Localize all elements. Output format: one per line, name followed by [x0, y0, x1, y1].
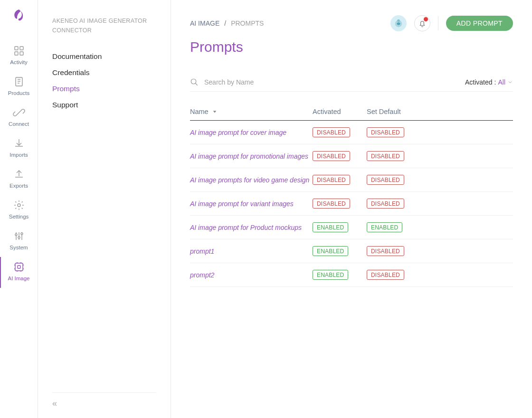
- svg-marker-30: [213, 111, 216, 113]
- rail-label: Connect: [9, 121, 29, 127]
- icon-rail: Activity Products Connect Imports Export…: [0, 0, 38, 418]
- svg-rect-3: [20, 52, 23, 55]
- activated-badge: ENABLED: [313, 246, 348, 256]
- activated-badge: DISABLED: [313, 127, 350, 137]
- rail-label: Products: [8, 90, 29, 96]
- col-default: Set Default: [367, 108, 401, 115]
- search-input[interactable]: [204, 78, 328, 86]
- default-badge: DISABLED: [367, 127, 404, 137]
- rail-label: Exports: [10, 183, 28, 189]
- svg-point-27: [397, 19, 400, 22]
- search-icon: [190, 78, 199, 86]
- table-body: AI image prompt for cover imageDISABLEDD…: [190, 121, 513, 287]
- rail-item-ai-image[interactable]: AI Image: [0, 257, 37, 288]
- activated-filter[interactable]: Activated : All: [465, 78, 513, 86]
- activated-badge: DISABLED: [313, 199, 350, 209]
- activated-badge: ENABLED: [313, 222, 348, 232]
- default-badge: DISABLED: [367, 199, 404, 209]
- svg-rect-17: [18, 266, 20, 268]
- default-badge: DISABLED: [367, 175, 404, 185]
- svg-line-29: [195, 83, 198, 86]
- notifications-bell[interactable]: [414, 15, 430, 31]
- subnav-link-prompts[interactable]: Prompts: [52, 81, 156, 97]
- prompt-name[interactable]: AI image prompt for Product mockups: [190, 224, 313, 231]
- prompt-name[interactable]: AI image prompts for video game design: [190, 176, 313, 184]
- svg-rect-0: [15, 47, 18, 50]
- rail-label: AI Image: [8, 276, 29, 281]
- prompt-name[interactable]: prompt2: [190, 271, 313, 279]
- rail-item-activity[interactable]: Activity: [0, 41, 38, 72]
- svg-rect-4: [16, 77, 22, 86]
- default-badge: DISABLED: [367, 270, 404, 280]
- table-row[interactable]: AI image prompt for Product mockupsENABL…: [190, 216, 513, 239]
- svg-point-9: [18, 204, 20, 207]
- rail-item-products[interactable]: Products: [0, 72, 38, 103]
- breadcrumb-root[interactable]: AI IMAGE: [190, 19, 219, 27]
- breadcrumb: AI IMAGE / PROMPTS: [190, 19, 264, 27]
- activated-badge: DISABLED: [313, 175, 350, 185]
- table-row[interactable]: prompt1ENABLEDDISABLED: [190, 239, 513, 263]
- prompt-name[interactable]: AI image prompt for variant images: [190, 200, 313, 208]
- notification-dot: [424, 17, 428, 21]
- default-badge: DISABLED: [367, 246, 404, 256]
- rail-label: Activity: [10, 59, 27, 65]
- svg-rect-16: [15, 263, 23, 271]
- activated-badge: ENABLED: [313, 270, 348, 280]
- add-prompt-button[interactable]: ADD PROMPT: [446, 16, 513, 31]
- breadcrumb-current: PROMPTS: [231, 19, 264, 27]
- subnav-link-documentation[interactable]: Documentation: [52, 48, 156, 65]
- main-content: AI IMAGE / PROMPTS ADD PROMPT Prompts: [171, 0, 532, 418]
- sort-desc-icon: [212, 109, 217, 114]
- prompt-name[interactable]: prompt1: [190, 247, 313, 255]
- subnav-title: AKENEO AI IMAGE GENERATOR CONNECTOR: [52, 16, 156, 35]
- col-activated: Activated: [313, 108, 367, 115]
- divider: [438, 16, 438, 30]
- subnav-link-credentials[interactable]: Credentials: [52, 65, 156, 81]
- chevron-down-icon: [507, 79, 513, 85]
- rail-item-connect[interactable]: Connect: [0, 103, 38, 133]
- table-head: Name Activated Set Default: [190, 108, 513, 121]
- svg-point-11: [15, 234, 17, 236]
- svg-point-28: [191, 79, 196, 84]
- col-name[interactable]: Name: [190, 108, 313, 115]
- prompt-name[interactable]: AI image prompt for cover image: [190, 129, 313, 136]
- rail-item-system[interactable]: System: [0, 226, 38, 257]
- svg-point-13: [18, 237, 20, 238]
- svg-rect-2: [15, 52, 18, 55]
- rail-label: System: [10, 245, 28, 250]
- collapse-icon[interactable]: «: [52, 399, 57, 408]
- default-badge: ENABLED: [367, 222, 402, 232]
- subnav: AKENEO AI IMAGE GENERATOR CONNECTOR Docu…: [38, 0, 171, 418]
- rail-label: Imports: [10, 152, 28, 158]
- default-badge: DISABLED: [367, 151, 404, 161]
- svg-line-8: [18, 111, 20, 114]
- table-row[interactable]: prompt2ENABLEDDISABLED: [190, 263, 513, 287]
- prompt-name[interactable]: AI image prompt for promotional images: [190, 152, 313, 160]
- rail-item-imports[interactable]: Imports: [0, 133, 38, 164]
- svg-point-15: [21, 233, 23, 235]
- avatar[interactable]: [390, 15, 407, 31]
- table-row[interactable]: AI image prompt for variant imagesDISABL…: [190, 192, 513, 216]
- table-row[interactable]: AI image prompt for cover imageDISABLEDD…: [190, 121, 513, 144]
- subnav-link-support[interactable]: Support: [52, 97, 156, 113]
- page-title: Prompts: [190, 39, 513, 55]
- rail-item-settings[interactable]: Settings: [0, 195, 38, 226]
- akeneo-logo[interactable]: [12, 9, 26, 25]
- table-row[interactable]: AI image prompts for video game designDI…: [190, 168, 513, 192]
- svg-rect-1: [20, 47, 23, 50]
- rail-item-exports[interactable]: Exports: [0, 164, 38, 195]
- table-row[interactable]: AI image prompt for promotional imagesDI…: [190, 144, 513, 168]
- rail-label: Settings: [9, 214, 29, 219]
- activated-badge: DISABLED: [313, 151, 350, 161]
